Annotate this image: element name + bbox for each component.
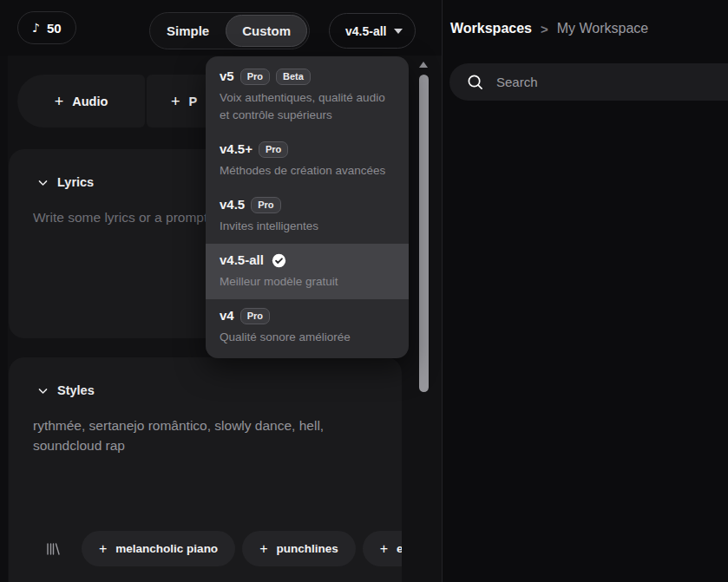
style-suggestion-label: melancholic piano [115, 542, 218, 555]
mode-option-custom[interactable]: Custom [226, 15, 307, 47]
chevron-down-icon [37, 385, 49, 396]
model-menu-item-v4-5-all[interactable]: v4.5-allMeilleur modèle gratuit [206, 244, 409, 299]
credits-count: 50 [47, 21, 62, 36]
pro-badge: Pro [240, 308, 270, 324]
breadcrumb-separator-icon: > [541, 22, 548, 36]
plus-icon: + [99, 542, 107, 556]
search-bar[interactable] [449, 63, 728, 101]
mode-option-simple[interactable]: Simple [150, 13, 226, 49]
style-suggestion-label: punchlines [276, 542, 338, 555]
beta-badge: Beta [276, 69, 311, 85]
model-description: Invites intelligentes [220, 218, 395, 235]
pro-badge: Pro [259, 141, 288, 158]
styles-card: Styles rythmée, sertanejo romântico, slo… [9, 357, 402, 582]
add-persona-label: P [189, 95, 198, 108]
styles-section-title: Styles [57, 383, 95, 397]
model-name: v4 [220, 307, 234, 324]
breadcrumb: Workspaces > My Workspace [450, 21, 648, 36]
model-selector-label: v4.5-all [345, 24, 386, 38]
style-suggestion-chip-espa[interactable]: +espa [363, 531, 402, 566]
style-suggestion-label: espa [397, 542, 402, 555]
style-suggestion-chip-punchlines[interactable]: +punchlines [242, 531, 356, 566]
scrollbar-up-arrow[interactable] [419, 62, 428, 68]
model-selector-button[interactable]: v4.5-all [329, 13, 416, 49]
pro-badge: Pro [251, 197, 280, 213]
lyrics-section-title: Lyrics [57, 175, 94, 189]
styles-section-header[interactable]: Styles [9, 357, 402, 397]
model-menu-item-v4-5[interactable]: v4.5+ProMéthodes de création avancées [206, 133, 409, 188]
model-description: Voix authentiques, qualité audio et cont… [220, 89, 395, 124]
add-audio-button[interactable]: + Audio [17, 75, 145, 128]
plus-icon: + [55, 94, 64, 109]
model-menu-item-v5[interactable]: v5ProBetaVoix authentiques, qualité audi… [206, 60, 409, 133]
pro-badge: Pro [240, 69, 270, 85]
styles-input[interactable]: rythmée, sertanejo romântico, slowly dan… [33, 415, 384, 498]
mode-toggle: SimpleCustom [149, 12, 310, 49]
model-description: Qualité sonore améliorée [220, 329, 395, 346]
style-suggestion-chip-melancholic-piano[interactable]: +melancholic piano [82, 531, 235, 566]
breadcrumb-current-workspace[interactable]: My Workspace [557, 21, 649, 36]
model-menu: v5ProBetaVoix authentiques, qualité audi… [206, 56, 409, 358]
model-description: Meilleur modèle gratuit [220, 273, 395, 291]
plus-icon: + [171, 94, 180, 109]
model-name: v4.5 [220, 196, 245, 213]
model-menu-item-v4[interactable]: v4ProQualité sonore améliorée [206, 299, 409, 355]
scrollbar-thumb[interactable] [419, 75, 429, 392]
model-name: v4.5+ [220, 141, 253, 158]
selected-check-icon [272, 253, 286, 268]
chevron-down-icon [37, 177, 49, 188]
music-note-icon: ♪ [32, 22, 40, 34]
model-description: Méthodes de création avancées [220, 162, 395, 180]
plus-icon: + [380, 542, 388, 556]
search-input[interactable] [495, 74, 689, 90]
random-styles-icon[interactable] [43, 539, 62, 559]
add-audio-label: Audio [72, 95, 108, 108]
model-name: v5 [220, 68, 234, 85]
plus-icon: + [259, 542, 267, 556]
caret-down-icon [394, 29, 403, 34]
model-name: v4.5-all [220, 252, 264, 269]
model-menu-item-v4-5[interactable]: v4.5ProInvites intelligentes [206, 188, 409, 244]
credits-pill[interactable]: ♪ 50 [17, 11, 76, 44]
search-icon [467, 74, 483, 90]
panel-left-edge [0, 56, 8, 582]
style-suggestions-row: +melancholic piano+punchlines+espa [9, 531, 402, 566]
breadcrumb-workspaces[interactable]: Workspaces [450, 21, 532, 36]
workspace-panel: Workspaces > My Workspace [442, 0, 728, 582]
